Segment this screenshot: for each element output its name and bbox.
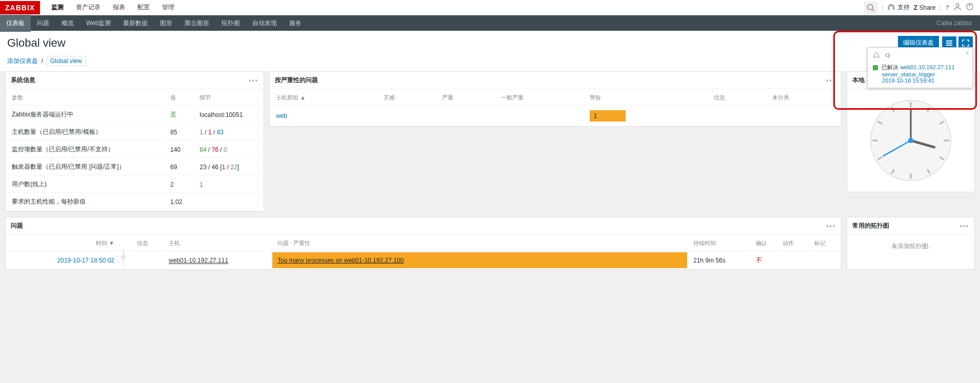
status-square-icon	[873, 65, 878, 70]
subnav-item[interactable]: 图形	[154, 15, 178, 32]
support-link[interactable]: 支持	[887, 3, 909, 12]
notification-popup: × 已解决 web01-10.192.27.111 server_status_…	[867, 47, 973, 88]
problem-duration: 21h 9m 56s	[688, 252, 750, 268]
page-header: Global view 编辑仪表盘	[0, 31, 980, 53]
sysinfo-row: 要求的主机性能，每秒新值1.02	[7, 194, 263, 210]
col-tags: 标记	[809, 236, 840, 251]
widget-menu-icon[interactable]: •••	[249, 77, 258, 84]
problems-title: 问题	[11, 221, 23, 230]
problem-ack[interactable]: 不	[756, 256, 762, 264]
topnav-item[interactable]: 资产记录	[70, 0, 107, 15]
system-info-widget: 系统信息 ••• 参数 值 细节 Zabbix服务器端运行中是localhost…	[5, 71, 264, 212]
col-time[interactable]: 时间 ▼	[7, 236, 119, 251]
widget-menu-icon[interactable]: •••	[826, 77, 836, 84]
col-value: 值	[165, 90, 193, 106]
subnav-item[interactable]: 自动发现	[246, 15, 283, 32]
sysinfo-title: 系统信息	[11, 76, 35, 85]
sound-icon[interactable]	[884, 52, 891, 61]
problem-row: 2019-10-17 18:50:02 web01-10.192.27.111 …	[7, 252, 840, 268]
sev-col: 严重	[437, 90, 494, 106]
sysinfo-row: 监控项数量（已启用/已禁用/不支持）14064 / 76 / 0	[7, 142, 263, 158]
widget-menu-icon[interactable]: •••	[959, 223, 969, 230]
widget-menu-icon[interactable]: •••	[826, 223, 836, 230]
col-host: 主机	[164, 236, 271, 251]
notif-line1: 已解决 web01-10.192.27.111	[873, 64, 967, 71]
col-param: 参数	[7, 90, 164, 106]
maps-title: 常用的拓扑图	[852, 221, 889, 230]
sysinfo-row: Zabbix服务器端运行中是localhost:10051	[7, 107, 263, 123]
subnav-item[interactable]: Web监测	[80, 15, 117, 32]
breadcrumb-add[interactable]: 添加仪表盘	[7, 57, 38, 65]
help-icon[interactable]: ?	[946, 4, 949, 11]
sub-nav: 仪表板问题概览Web监测最新数据图形聚合图形拓扑图自动发现服务 Calita z…	[0, 15, 980, 31]
severity-title: 按严重性的问题	[275, 76, 318, 85]
sysinfo-row: 用户数(线上)21	[7, 176, 263, 193]
breadcrumb-current[interactable]: Global view	[50, 57, 82, 65]
bell-icon[interactable]	[873, 52, 880, 61]
col-detail: 细节	[194, 90, 263, 106]
col-ack: 确认	[751, 236, 776, 251]
sev-col: 一般严重	[496, 90, 584, 106]
col-actions: 动作	[777, 236, 808, 251]
subnav-item[interactable]: 概览	[55, 15, 80, 32]
notif-time-link[interactable]: 2019-10-18 15:59:41	[882, 77, 934, 84]
power-icon[interactable]	[966, 3, 974, 12]
clock-face	[867, 97, 954, 184]
topnav-item[interactable]: 管理	[156, 0, 181, 15]
topnav-item[interactable]: 配置	[131, 0, 156, 15]
subnav-item[interactable]: 仪表板	[0, 15, 31, 32]
subnav-item[interactable]: 拓扑图	[215, 15, 246, 32]
sev-col: 未分类	[767, 90, 840, 106]
sev-col: 灾难	[378, 90, 436, 106]
sev-col: 信息	[709, 90, 766, 106]
warn-count[interactable]: 1	[590, 110, 626, 122]
top-nav: ZABBIX 监测资产记录报表配置管理 | 支持 Z Share | ?	[0, 0, 980, 15]
logo[interactable]: ZABBIX	[0, 1, 40, 14]
problem-host[interactable]: web01-10.192.27.111	[169, 257, 228, 265]
sev-col: 警告	[585, 90, 708, 106]
col-problem: 问题 · 严重性	[272, 236, 687, 251]
hostgroup-link[interactable]: web	[276, 112, 287, 119]
svg-point-18	[908, 138, 913, 143]
svg-line-1	[872, 9, 874, 11]
severity-widget: 按严重性的问题 ••• 主机群组 ▲灾难严重一般严重警告信息未分类 web 1	[269, 71, 842, 127]
close-icon[interactable]: ×	[966, 50, 969, 57]
svg-point-2	[956, 4, 959, 7]
sysinfo-row: 主机数量（已启用/已禁用/模板）851 / 1 / 83	[7, 124, 263, 140]
breadcrumb: 添加仪表盘 / Global view	[0, 53, 980, 71]
sysinfo-row: 触发器数量（已启用/已禁用 [问题/正常]）6923 / 46 [1 / 22]	[7, 159, 263, 175]
sev-col[interactable]: 主机群组 ▲	[271, 90, 377, 106]
top-menu: 监测资产记录报表配置管理	[45, 0, 181, 15]
topnav-item[interactable]: 监测	[45, 0, 70, 15]
col-duration: 持续时间	[688, 236, 750, 251]
subnav-item[interactable]: 服务	[283, 15, 308, 32]
notif-trigger-link[interactable]: server_status_trigger	[882, 71, 935, 77]
svg-point-0	[868, 5, 873, 10]
problems-widget: 问题 ••• 时间 ▼ 信息 主机 问题 · 严重性 持续时间 确认 动作 标记…	[5, 217, 842, 270]
notif-host-link[interactable]: web01-10.192.27.111	[900, 64, 954, 70]
page-title: Global view	[7, 36, 66, 50]
problem-link[interactable]: Too many processes on web01-10.192.27.10…	[277, 257, 404, 264]
col-info: 信息	[132, 236, 163, 251]
search-icon[interactable]	[864, 2, 877, 14]
topnav-item[interactable]: 报表	[107, 0, 131, 15]
maps-widget: 常用的拓扑图 ••• 未添加拓扑图.	[847, 217, 975, 270]
clock-title: 本地	[852, 76, 865, 85]
maps-empty: 未添加拓扑图.	[847, 235, 974, 258]
subnav-item[interactable]: 最新数据	[117, 15, 154, 32]
subnav-item[interactable]: 问题	[31, 15, 55, 32]
subnav-item[interactable]: 聚合图形	[178, 15, 215, 32]
top-right: | 支持 Z Share | ?	[864, 2, 980, 14]
problem-time[interactable]: 2019-10-17 18:50:02	[57, 257, 114, 264]
clock-widget: 本地 •••	[847, 71, 975, 192]
user-icon[interactable]	[953, 3, 962, 12]
share-link[interactable]: Z Share	[914, 4, 936, 11]
current-user[interactable]: Calita zabbix	[936, 19, 980, 27]
